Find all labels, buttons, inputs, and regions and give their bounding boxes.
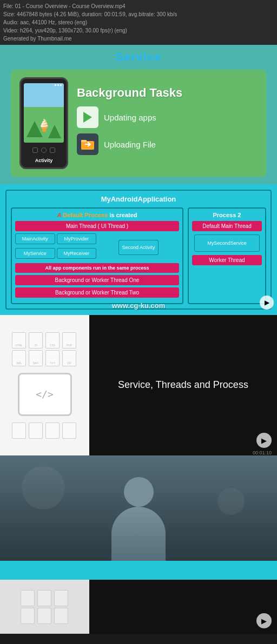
service-title: Service xyxy=(11,50,266,64)
last-illustration xyxy=(15,585,75,629)
process1-suffix: is created xyxy=(109,212,137,218)
file-icon: TXT xyxy=(45,350,60,366)
info-line-5: Generated by Thumbnail.me xyxy=(3,35,274,43)
my-receiver-chip: MyReceiver xyxy=(57,248,97,259)
task2-label: Uploading File xyxy=(104,140,156,149)
process2-box: Process 2 Default Main Thread MySecondSe… xyxy=(188,207,266,304)
file-icon: SWF xyxy=(29,350,43,366)
last-left-panel xyxy=(0,580,89,634)
second-activity-chip: Second Activity xyxy=(118,240,158,255)
bg-thread2-box: Background or Worker Thread Two xyxy=(15,287,179,298)
service-tasks: Background Tasks Updating apps xyxy=(77,86,258,160)
process1-title: A Default Process is created xyxy=(15,212,179,218)
file-icon xyxy=(21,590,35,606)
nav-back xyxy=(32,147,38,153)
nav-recent xyxy=(50,147,55,153)
person-silhouette xyxy=(111,477,166,561)
main-activity-chip: MainActivity xyxy=(15,233,55,244)
process1-box: A Default Process is created Main Thread… xyxy=(11,207,183,304)
default-main-thread-box: Default Main Thread xyxy=(192,221,262,231)
info-line-1: File: 01 - Course Overview - Course Over… xyxy=(3,2,274,10)
left-chips: MainActivity MyProvider MyService MyRece… xyxy=(15,233,96,261)
process2-title: Process 2 xyxy=(192,212,262,218)
illustration-container: HTML JS CSS PHP IMG SWF TXT ZIP </> xyxy=(6,327,83,444)
phone-mockup: 🍦 Activity xyxy=(19,77,68,169)
task-uploading: Uploading File xyxy=(77,133,258,155)
components-combo: MainActivity MyProvider MyService MyRece… xyxy=(15,233,179,261)
bg-circle-2 xyxy=(217,488,245,515)
service-card: 🍦 Activity Background Tasks xyxy=(11,70,266,177)
folder-icon xyxy=(77,133,98,155)
diagram-title: MyAndroidApplication xyxy=(11,195,266,203)
row1: MainActivity MyProvider xyxy=(15,233,96,244)
my-second-service: MySecondService xyxy=(194,234,260,252)
task-updating: Updating apps xyxy=(77,106,258,128)
person-section xyxy=(0,455,277,580)
service-section: Service 🍦 xyxy=(0,45,277,184)
file-icon: HTML xyxy=(12,332,26,348)
file-icon xyxy=(62,422,76,439)
main-thread-box: Main Thread ( UI Thread ) xyxy=(15,221,179,231)
code-brackets: </> xyxy=(36,388,54,400)
threads-left-panel: HTML JS CSS PHP IMG SWF TXT ZIP </> xyxy=(0,315,89,455)
info-bar: File: 01 - Course Overview - Course Over… xyxy=(0,0,277,45)
phone-screen-inner: 🍦 xyxy=(24,83,64,143)
file-icon xyxy=(45,422,60,439)
diagram-box: MyAndroidApplication A Default Process i… xyxy=(5,190,272,310)
threads-right-panel: Service, Threads and Process ▶ 00:01:10 xyxy=(89,315,277,455)
file-icons-grid-2 xyxy=(12,422,77,439)
worker-thread-box: Worker Thread xyxy=(192,255,262,265)
process1-prefix: A xyxy=(57,212,63,218)
file-icon: CSS xyxy=(45,332,60,348)
code-editor-icon: </> xyxy=(18,373,72,416)
info-line-3: Audio: aac, 44100 Hz, stereo (eng) xyxy=(3,18,274,26)
file-icon: ZIP xyxy=(62,350,76,366)
file-icon xyxy=(29,422,43,439)
my-service-chip: MyService xyxy=(15,248,55,259)
file-icon: JS xyxy=(29,332,43,348)
all-components-text: All app components run in the same proce… xyxy=(15,263,179,273)
info-line-4: Video: h264, yuv420p, 1360x720, 30.00 fp… xyxy=(3,26,274,35)
file-icon xyxy=(21,608,35,624)
timestamp-2: 00:01:10 xyxy=(253,450,272,455)
marshmallow-icon: 🍦 xyxy=(37,119,51,133)
file-icon xyxy=(37,590,51,606)
threads-title: Service, Threads and Process xyxy=(107,367,259,403)
person-head xyxy=(124,477,154,507)
threads-section: HTML JS CSS PHP IMG SWF TXT ZIP </> xyxy=(0,315,277,455)
teal-bottom-bar xyxy=(0,561,277,580)
phone-nav xyxy=(32,147,55,153)
play-button-1[interactable]: ▶ xyxy=(260,296,274,310)
my-provider-chip: MyProvider xyxy=(57,233,97,244)
main-thread-label: Main Thread ( UI Thread ) xyxy=(66,223,128,229)
file-icon: IMG xyxy=(12,350,26,366)
process1-default: Default Process xyxy=(63,212,108,218)
file-icon xyxy=(54,590,68,606)
file-icon xyxy=(37,608,51,624)
bg-thread1-box: Background or Worker Thread One xyxy=(15,275,179,285)
background-tasks-title: Background Tasks xyxy=(77,86,258,100)
diagram-section: MyAndroidApplication A Default Process i… xyxy=(0,184,277,315)
activity-label: Activity xyxy=(35,158,53,163)
play-store-icon xyxy=(77,106,98,128)
watermark: www.cg-ku.com xyxy=(112,301,165,310)
person-background xyxy=(0,455,277,580)
file-icon: PHP xyxy=(62,332,76,348)
play-button-2[interactable]: ▶ xyxy=(256,433,272,448)
task1-label: Updating apps xyxy=(104,113,156,122)
row2: MyService MyReceiver xyxy=(15,248,96,259)
person-body xyxy=(111,507,166,561)
svg-marker-0 xyxy=(83,112,92,123)
play-button-3[interactable]: ▶ xyxy=(256,613,272,628)
file-icon xyxy=(54,608,68,624)
right-chip: Second Activity xyxy=(98,233,179,261)
bg-circle-1 xyxy=(22,466,65,509)
last-section: ▶ xyxy=(0,580,277,634)
svg-rect-2 xyxy=(81,140,87,142)
file-icons-grid: HTML JS CSS PHP IMG SWF TXT ZIP xyxy=(12,332,77,366)
last-right-panel: ▶ xyxy=(89,580,277,634)
nav-home xyxy=(41,147,47,153)
info-line-2: Size: 4467848 bytes (4.26 MiB), duration… xyxy=(3,10,274,18)
phone-screen: 🍦 xyxy=(24,83,64,143)
diagram-inner: A Default Process is created Main Thread… xyxy=(11,207,266,304)
